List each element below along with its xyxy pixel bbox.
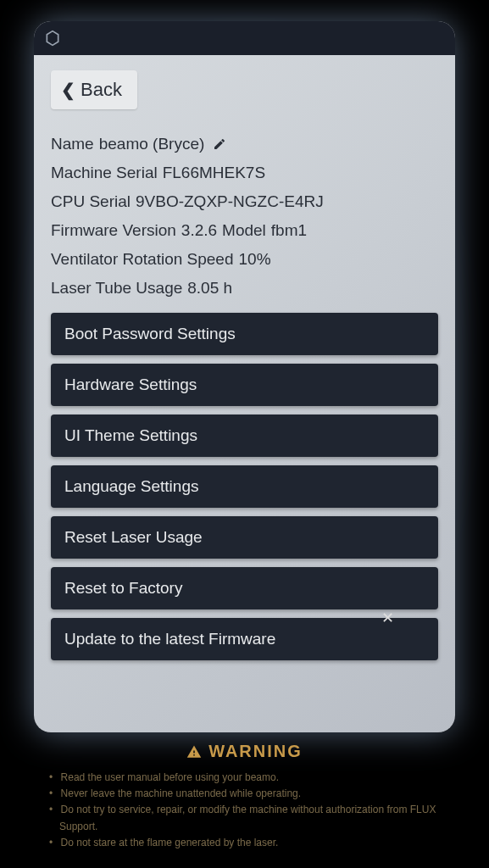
warning-icon (186, 744, 202, 760)
settings-menu: Boot Password Settings Hardware Settings… (51, 313, 438, 660)
hardware-settings-button[interactable]: Hardware Settings (51, 364, 438, 406)
update-firmware-button[interactable]: Update to the latest Firmware (51, 618, 438, 660)
name-value: beamo (Bryce) (99, 135, 205, 153)
ventilator-row: Ventilator Rotation Speed 10% (51, 250, 438, 269)
svg-marker-0 (47, 31, 58, 46)
firmware-label: Firmware Version (51, 221, 176, 240)
warning-item: Read the user manual before using your b… (59, 770, 447, 786)
back-label: Back (81, 79, 122, 101)
warning-item: Do not try to service, repair, or modify… (59, 802, 447, 834)
cpu-serial-row: CPU Serial 9VBO-ZQXP-NGZC-E4RJ (51, 192, 438, 211)
laser-usage-row: Laser Tube Usage 8.05 h (51, 279, 438, 298)
language-button[interactable]: Language Settings (51, 465, 438, 508)
warning-header: WARNING (42, 742, 447, 761)
settings-screen: ❮ Back Name beamo (Bryce) Machine Serial… (34, 21, 455, 732)
reset-laser-button[interactable]: Reset Laser Usage (51, 516, 438, 559)
warning-item: Do not stare at the flame generated by t… (59, 835, 447, 851)
ventilator-value: 10% (239, 250, 271, 269)
warning-item: Never leave the machine unattended while… (59, 786, 447, 802)
machine-serial-value: FL66MHEK7S (163, 164, 265, 182)
app-logo-icon (44, 30, 61, 47)
boot-password-button[interactable]: Boot Password Settings (51, 313, 438, 355)
warning-title: WARNING (208, 742, 303, 761)
machine-serial-row: Machine Serial FL66MHEK7S (51, 164, 438, 182)
firmware-value: 3.2.6 (181, 221, 217, 240)
edit-icon[interactable] (213, 137, 226, 151)
chevron-left-icon: ❮ (61, 80, 75, 100)
machine-serial-label: Machine Serial (51, 164, 158, 182)
model-label: Model (222, 221, 266, 240)
warning-panel: WARNING Read the user manual before usin… (0, 732, 489, 868)
reset-factory-button[interactable]: Reset to Factory (51, 567, 438, 609)
firmware-row: Firmware Version 3.2.6 Model fbm1 (51, 221, 438, 240)
back-button[interactable]: ❮ Back (51, 70, 137, 109)
warning-list: Read the user manual before using your b… (42, 770, 447, 851)
laser-usage-label: Laser Tube Usage (51, 279, 182, 298)
device-name-row: Name beamo (Bryce) (51, 135, 438, 153)
cpu-serial-value: 9VBO-ZQXP-NGZC-E4RJ (136, 192, 324, 211)
ui-theme-button[interactable]: UI Theme Settings (51, 415, 438, 457)
name-label: Name (51, 135, 94, 153)
device-info: Name beamo (Bryce) Machine Serial FL66MH… (51, 135, 438, 298)
cpu-serial-label: CPU Serial (51, 192, 131, 211)
model-value: fbm1 (271, 221, 307, 240)
laser-usage-value: 8.05 h (187, 279, 232, 298)
ventilator-label: Ventilator Rotation Speed (51, 250, 234, 269)
status-bar (34, 21, 455, 55)
